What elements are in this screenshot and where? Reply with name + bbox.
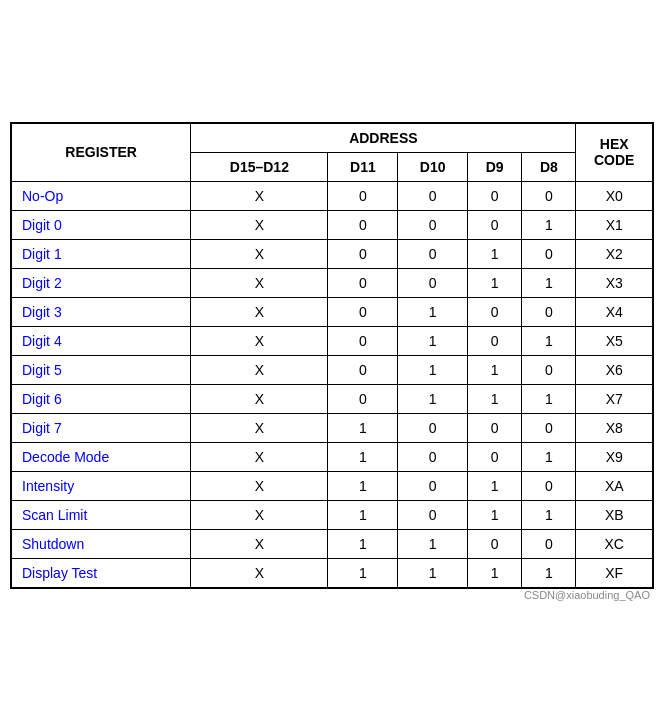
table-row: ShutdownX1100XC <box>11 529 653 558</box>
cell-register: Digit 2 <box>11 268 191 297</box>
table-row: Digit 0X0001X1 <box>11 210 653 239</box>
cell-d15-d12: X <box>191 181 328 210</box>
cell-d9: 0 <box>468 181 522 210</box>
cell-d8: 1 <box>522 384 576 413</box>
cell-d9: 0 <box>468 297 522 326</box>
cell-register: Intensity <box>11 471 191 500</box>
cell-d8: 0 <box>522 413 576 442</box>
cell-hex: X3 <box>576 268 653 297</box>
cell-d15-d12: X <box>191 355 328 384</box>
header-d11: D11 <box>328 152 398 181</box>
cell-d10: 1 <box>398 297 468 326</box>
cell-d15-d12: X <box>191 239 328 268</box>
cell-d10: 0 <box>398 239 468 268</box>
cell-hex: X8 <box>576 413 653 442</box>
cell-d8: 0 <box>522 181 576 210</box>
cell-register: Digit 1 <box>11 239 191 268</box>
cell-d9: 1 <box>468 268 522 297</box>
cell-d15-d12: X <box>191 413 328 442</box>
cell-d10: 0 <box>398 210 468 239</box>
cell-hex: X1 <box>576 210 653 239</box>
cell-d9: 1 <box>468 239 522 268</box>
cell-register: Shutdown <box>11 529 191 558</box>
table-row: Digit 7X1000X8 <box>11 413 653 442</box>
table-row: IntensityX1010XA <box>11 471 653 500</box>
cell-register: Decode Mode <box>11 442 191 471</box>
header-d9: D9 <box>468 152 522 181</box>
header-address: ADDRESS <box>191 123 576 153</box>
header-d10: D10 <box>398 152 468 181</box>
table-row: Digit 4X0101X5 <box>11 326 653 355</box>
cell-d11: 0 <box>328 210 398 239</box>
cell-d10: 1 <box>398 384 468 413</box>
cell-register: No-Op <box>11 181 191 210</box>
table-row: Digit 2X0011X3 <box>11 268 653 297</box>
cell-d15-d12: X <box>191 500 328 529</box>
table-row: Digit 1X0010X2 <box>11 239 653 268</box>
cell-hex: X9 <box>576 442 653 471</box>
watermark: CSDN@xiaobuding_QAO <box>10 589 654 601</box>
cell-d9: 0 <box>468 326 522 355</box>
cell-d11: 1 <box>328 500 398 529</box>
cell-hex: X6 <box>576 355 653 384</box>
cell-d9: 0 <box>468 442 522 471</box>
cell-d10: 0 <box>398 442 468 471</box>
cell-d8: 1 <box>522 442 576 471</box>
cell-d15-d12: X <box>191 471 328 500</box>
cell-d11: 0 <box>328 239 398 268</box>
cell-d15-d12: X <box>191 442 328 471</box>
cell-d10: 1 <box>398 326 468 355</box>
cell-d11: 0 <box>328 355 398 384</box>
cell-d9: 0 <box>468 529 522 558</box>
cell-d15-d12: X <box>191 558 328 588</box>
cell-d9: 1 <box>468 558 522 588</box>
cell-d11: 0 <box>328 181 398 210</box>
cell-d10: 0 <box>398 181 468 210</box>
cell-d10: 0 <box>398 413 468 442</box>
cell-hex: XA <box>576 471 653 500</box>
cell-d8: 0 <box>522 471 576 500</box>
cell-d9: 0 <box>468 413 522 442</box>
table-row: No-OpX0000X0 <box>11 181 653 210</box>
cell-d11: 0 <box>328 326 398 355</box>
cell-register: Digit 4 <box>11 326 191 355</box>
table-wrapper: REGISTER ADDRESS HEX CODE D15–D12 D11 D1… <box>0 112 664 611</box>
cell-d8: 1 <box>522 210 576 239</box>
cell-d9: 1 <box>468 471 522 500</box>
cell-d15-d12: X <box>191 297 328 326</box>
cell-d15-d12: X <box>191 268 328 297</box>
cell-d15-d12: X <box>191 384 328 413</box>
header-hex-code: HEX CODE <box>576 123 653 182</box>
cell-d9: 1 <box>468 500 522 529</box>
cell-register: Display Test <box>11 558 191 588</box>
cell-hex: X7 <box>576 384 653 413</box>
cell-d8: 1 <box>522 500 576 529</box>
cell-d11: 1 <box>328 558 398 588</box>
cell-d8: 0 <box>522 355 576 384</box>
cell-d8: 1 <box>522 558 576 588</box>
cell-d10: 1 <box>398 558 468 588</box>
cell-d8: 0 <box>522 297 576 326</box>
table-row: Scan LimitX1011XB <box>11 500 653 529</box>
cell-hex: X2 <box>576 239 653 268</box>
cell-d8: 0 <box>522 529 576 558</box>
cell-d8: 0 <box>522 239 576 268</box>
cell-d11: 1 <box>328 413 398 442</box>
cell-d11: 0 <box>328 297 398 326</box>
cell-register: Digit 3 <box>11 297 191 326</box>
cell-d9: 1 <box>468 384 522 413</box>
cell-register: Digit 6 <box>11 384 191 413</box>
cell-d11: 1 <box>328 529 398 558</box>
cell-d11: 1 <box>328 471 398 500</box>
cell-d11: 0 <box>328 384 398 413</box>
cell-hex: X5 <box>576 326 653 355</box>
cell-d10: 0 <box>398 471 468 500</box>
cell-hex: X0 <box>576 181 653 210</box>
cell-d15-d12: X <box>191 326 328 355</box>
cell-register: Scan Limit <box>11 500 191 529</box>
cell-d10: 0 <box>398 268 468 297</box>
cell-d9: 1 <box>468 355 522 384</box>
cell-register: Digit 5 <box>11 355 191 384</box>
cell-register: Digit 0 <box>11 210 191 239</box>
cell-hex: XC <box>576 529 653 558</box>
